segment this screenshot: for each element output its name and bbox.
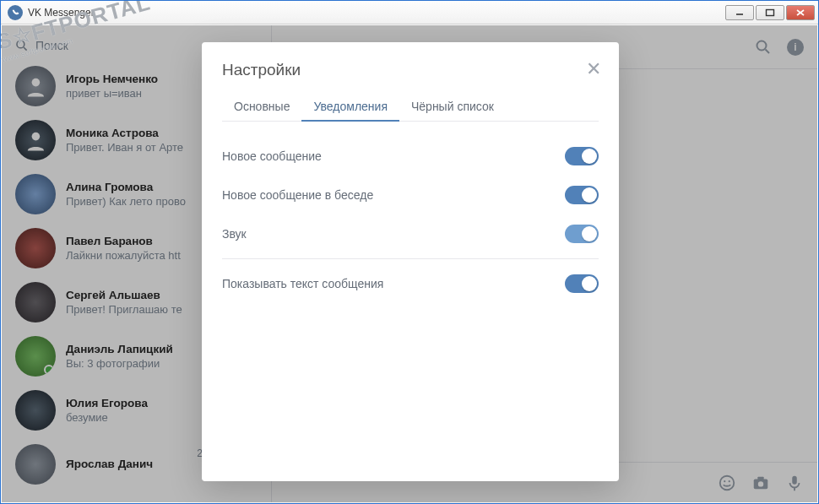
- toggle-show-text[interactable]: [565, 274, 599, 293]
- settings-body: Новое сообщение Новое сообщение в беседе…: [202, 122, 619, 318]
- tab-notifications[interactable]: Уведомления: [301, 93, 399, 122]
- close-icon[interactable]: ✕: [583, 59, 604, 79]
- vk-logo-icon: [8, 5, 23, 20]
- divider: [222, 258, 599, 259]
- toggle-new-message-chat[interactable]: [565, 186, 599, 204]
- titlebar: VK Messenger: [1, 1, 818, 24]
- tab-blacklist[interactable]: Чёрный список: [399, 93, 506, 122]
- setting-new-message: Новое сообщение: [222, 137, 599, 176]
- maximize-button[interactable]: [756, 5, 784, 20]
- modal-overlay[interactable]: Настройки ✕ Основные Уведомления Чёрный …: [2, 25, 817, 502]
- settings-modal: Настройки ✕ Основные Уведомления Чёрный …: [202, 42, 619, 481]
- setting-label: Показывать текст сообщения: [222, 277, 383, 290]
- toggle-new-message[interactable]: [565, 147, 599, 165]
- settings-tabs: Основные Уведомления Чёрный список: [222, 93, 599, 122]
- setting-label: Новое сообщение: [222, 149, 322, 163]
- window-title: VK Messenger: [28, 7, 724, 19]
- modal-title: Настройки: [222, 61, 599, 79]
- setting-sound: Звук: [222, 214, 599, 253]
- setting-new-message-chat: Новое сообщение в беседе: [222, 176, 599, 214]
- close-button[interactable]: [786, 5, 815, 20]
- setting-show-text: Показывать текст сообщения: [222, 264, 599, 303]
- toggle-sound[interactable]: [565, 225, 599, 243]
- setting-label: Новое сообщение в беседе: [222, 188, 373, 202]
- setting-label: Звук: [222, 227, 247, 241]
- svg-rect-1: [767, 9, 774, 15]
- tab-general[interactable]: Основные: [222, 93, 301, 122]
- minimize-button[interactable]: [725, 5, 754, 20]
